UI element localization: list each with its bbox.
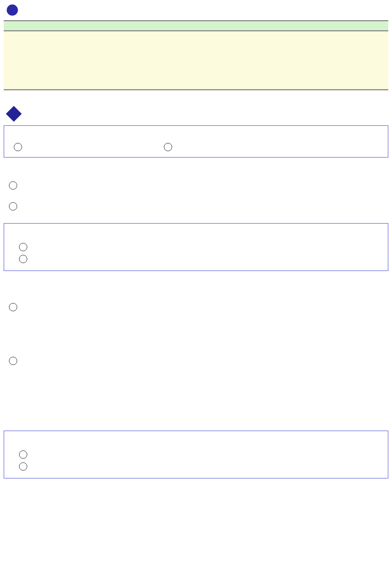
info-banner — [4, 31, 388, 90]
circle-bullet-icon — [7, 4, 18, 16]
question-box-2 — [4, 223, 388, 271]
radio-option[interactable] — [19, 450, 27, 459]
radio-option[interactable] — [19, 462, 27, 471]
question-box-3 — [4, 431, 388, 478]
radio-option[interactable] — [9, 202, 17, 210]
option-group — [19, 243, 378, 251]
question-row — [4, 303, 388, 311]
option-group — [164, 143, 172, 151]
form-page — [0, 0, 392, 488]
section-header-bar — [4, 20, 388, 31]
question-row — [4, 357, 388, 365]
option-group — [19, 450, 378, 459]
radio-option[interactable] — [19, 243, 27, 251]
question-row — [4, 202, 388, 210]
radio-option[interactable] — [19, 255, 27, 263]
option-group — [19, 462, 378, 471]
diamond-bullet-icon — [6, 106, 22, 122]
question-box-1 — [4, 125, 388, 157]
radio-option[interactable] — [9, 303, 17, 311]
radio-option[interactable] — [9, 181, 17, 190]
radio-option[interactable] — [9, 357, 17, 365]
radio-option[interactable] — [14, 143, 22, 151]
option-group — [19, 255, 378, 263]
option-group — [14, 143, 22, 151]
question-row — [4, 181, 388, 190]
radio-option[interactable] — [164, 143, 172, 151]
